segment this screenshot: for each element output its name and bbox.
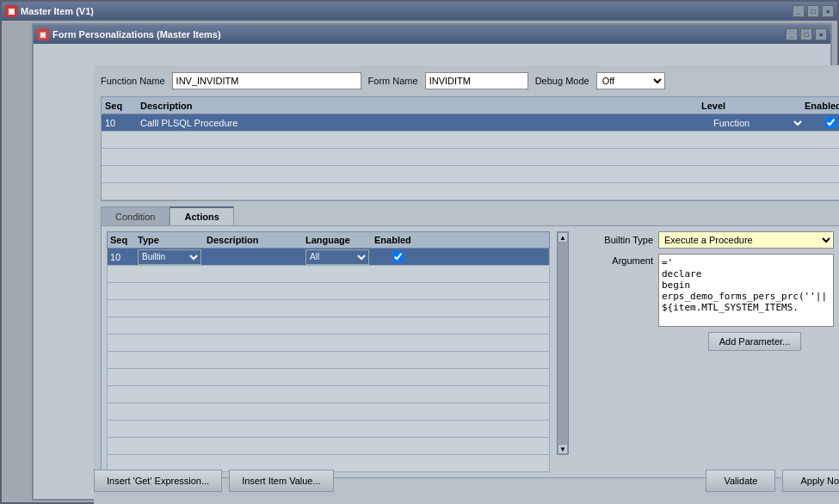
col-header-seq: Seq — [102, 101, 140, 111]
inner-restore-btn[interactable]: □ — [800, 28, 812, 40]
add-parameter-button[interactable]: Add Parameter... — [708, 332, 802, 351]
minimize-btn[interactable]: _ — [793, 5, 805, 17]
actions-empty-row — [107, 403, 550, 421]
inner-minimize-btn[interactable]: _ — [786, 28, 798, 40]
builtin-type-label: Builtin Type — [576, 235, 653, 245]
inner-window-title: Form Personalizations (Master Items) — [52, 29, 221, 40]
apply-now-button[interactable]: Apply Now — [782, 470, 839, 492]
ath-seq: Seq — [108, 235, 138, 245]
inner-title-controls: _ □ × — [786, 28, 827, 40]
tab-content: Seq Type Description Language Enabled 10 — [101, 225, 839, 478]
row1-seq: 10 — [102, 118, 140, 128]
right-panel: Builtin Type Execute a Procedure Message… — [576, 231, 839, 472]
actions-table: Seq Type Description Language Enabled 10 — [107, 231, 550, 472]
arow1-enabled-cell — [374, 251, 422, 262]
argument-label: Argument — [576, 254, 653, 266]
row1-enabled-cell — [805, 117, 839, 128]
scroll-track — [558, 243, 568, 444]
actions-empty-row — [107, 266, 550, 283]
arow1-type-select[interactable]: Builtin — [138, 249, 201, 265]
function-name-input[interactable] — [172, 72, 361, 89]
inner-title-bar: ▣ Form Personalizations (Master Items) _… — [34, 25, 830, 44]
arow1-enabled-checkbox[interactable] — [392, 251, 404, 262]
scroll-down-btn[interactable]: ▼ — [558, 444, 568, 454]
main-table-header: Seq Description Level Enabled — [102, 97, 839, 114]
col-header-description: Description — [140, 101, 701, 111]
ath-enabled: Enabled — [374, 235, 422, 245]
argument-textarea[interactable]: =' declare begin erps_demo_forms_pers_pr… — [658, 254, 834, 327]
insert-item-value-button[interactable]: Insert Item Value... — [229, 470, 334, 492]
actions-scrollbar[interactable]: ▲ ▼ — [557, 231, 569, 455]
actions-table-header: Seq Type Description Language Enabled — [107, 231, 550, 249]
insert-get-expression-button[interactable]: Insert 'Get' Expression... — [94, 470, 222, 492]
bottom-bar: Insert 'Get' Expression... Insert Item V… — [94, 470, 839, 492]
form-header: Function Name Form Name Debug Mode Off O… — [101, 72, 839, 89]
arow1-seq: 10 — [108, 252, 138, 262]
actions-empty-row — [107, 421, 550, 438]
actions-empty-row — [107, 369, 550, 386]
debug-mode-label: Debug Mode — [535, 76, 589, 86]
actions-empty-row — [107, 386, 550, 403]
scroll-up-btn[interactable]: ▲ — [558, 232, 568, 243]
tabs-header: Condition Actions — [101, 206, 839, 225]
outer-window-icon: ▣ — [5, 5, 17, 17]
table-empty-row — [102, 132, 839, 149]
outer-window-title: Master Item (V1) — [21, 6, 94, 16]
argument-row: Argument =' declare begin erps_demo_form… — [576, 254, 839, 327]
form-name-label: Form Name — [368, 76, 418, 86]
table-empty-row — [102, 149, 839, 166]
tabs-container: Condition Actions Seq Type Description L… — [101, 206, 839, 478]
row1-level-select[interactable]: Function — [710, 115, 805, 131]
arow1-lang-select[interactable]: All — [305, 249, 369, 265]
arow1-lang-cell: All — [305, 249, 374, 265]
debug-mode-select[interactable]: Off On — [596, 72, 665, 89]
row1-level-cell: Function — [710, 115, 805, 131]
validate-button[interactable]: Validate — [706, 470, 775, 492]
arow1-type-cell: Builtin — [138, 249, 207, 265]
main-content: Function Name Form Name Debug Mode Off O… — [94, 65, 839, 504]
ath-language: Language — [305, 235, 374, 245]
function-name-label: Function Name — [101, 76, 165, 86]
builtin-type-select[interactable]: Execute a Procedure Message Set Property — [658, 231, 834, 249]
close-btn[interactable]: × — [822, 5, 834, 17]
actions-empty-row — [107, 300, 550, 317]
col-header-level: Level — [701, 101, 805, 111]
table-empty-row — [102, 183, 839, 200]
main-table: Seq Description Level Enabled 10 Calll P… — [101, 96, 839, 201]
row1-enabled-checkbox[interactable] — [825, 117, 836, 128]
actions-row[interactable]: 10 Builtin All — [107, 249, 550, 266]
restore-btn[interactable]: □ — [807, 5, 819, 17]
inner-window-icon: ▣ — [37, 28, 49, 40]
inner-window: ▣ Form Personalizations (Master Items) _… — [32, 23, 832, 501]
table-row[interactable]: 10 Calll PLSQL Procedure Function — [102, 114, 839, 132]
col-header-enabled: Enabled — [805, 101, 839, 111]
actions-empty-row — [107, 438, 550, 455]
outer-title-bar: ▣ Master Item (V1) _ □ × — [2, 2, 837, 21]
actions-empty-row — [107, 335, 550, 352]
ath-type: Type — [138, 235, 207, 245]
outer-title-controls: _ □ × — [793, 5, 834, 17]
ath-description: Description — [207, 235, 305, 245]
builtin-type-row: Builtin Type Execute a Procedure Message… — [576, 231, 839, 249]
row1-desc: Calll PLSQL Procedure — [140, 118, 710, 128]
actions-empty-row — [107, 352, 550, 369]
inner-close-btn[interactable]: × — [815, 28, 827, 40]
tab-condition[interactable]: Condition — [101, 206, 170, 225]
actions-empty-row — [107, 317, 550, 335]
form-name-input[interactable] — [425, 72, 528, 89]
tab-actions[interactable]: Actions — [170, 206, 233, 225]
outer-window: ▣ Master Item (V1) _ □ × 📋 📄 📊 🔧 📝 ▣ For… — [0, 0, 839, 504]
actions-empty-row — [107, 283, 550, 300]
table-empty-row — [102, 166, 839, 183]
